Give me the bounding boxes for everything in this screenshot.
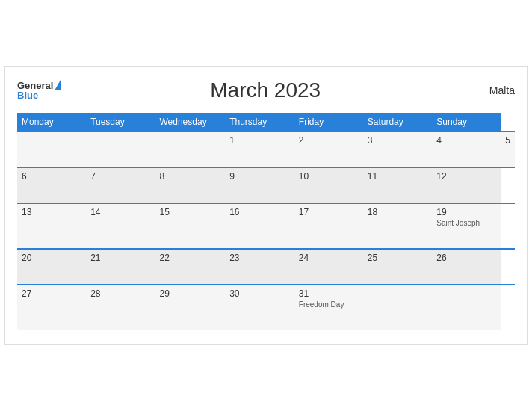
calendar-cell: 24 [294,249,363,285]
calendar-cell: 5 [501,132,515,167]
calendar-cell: 8 [155,167,225,203]
day-number: 7 [90,171,150,182]
day-number: 28 [90,288,150,299]
calendar-cell: 22 [155,249,225,285]
day-number: 15 [159,207,220,217]
col-wednesday: Wednesday [155,113,225,132]
calendar-cell: 18 [363,203,433,249]
day-number: 19 [436,207,496,217]
calendar-cell [155,132,225,167]
day-number: 8 [159,171,220,182]
calendar-cell: 26 [432,249,501,285]
calendar-cell [363,285,433,330]
col-friday: Friday [294,113,363,132]
day-number: 21 [90,253,150,263]
day-number: 9 [229,171,290,182]
calendar-cell: 6 [17,167,86,203]
calendar-cell: 28 [86,285,155,330]
day-number: 30 [229,288,290,299]
day-number: 10 [299,171,359,182]
col-monday: Monday [17,113,86,132]
calendar-cell: 14 [86,203,155,249]
day-number: 20 [22,253,81,263]
calendar-cell: 12 [432,167,501,203]
day-number: 26 [436,253,496,263]
day-number: 12 [436,171,496,182]
calendar-cell: 13 [17,203,86,249]
calendar-cell: 21 [86,249,155,285]
calendar-cell: 16 [225,203,294,249]
logo-blue-text: Blue [17,90,38,100]
day-number: 29 [159,288,220,299]
day-number: 22 [159,253,220,263]
calendar-container: General Blue March 2023 Malta Monday Tue… [4,66,528,345]
day-number: 17 [299,207,359,217]
day-number: 16 [229,207,290,217]
calendar-cell: 10 [294,167,363,203]
logo: General Blue [17,81,61,100]
day-number: 23 [229,253,290,263]
day-number: 1 [229,135,290,146]
col-thursday: Thursday [225,113,294,132]
calendar-cell: 1 [225,132,294,167]
col-sunday: Sunday [432,113,501,132]
country-label: Malta [470,84,515,96]
calendar-cell [17,132,86,167]
calendar-table: Monday Tuesday Wednesday Thursday Friday… [17,113,515,330]
event-label: Freedom Day [299,300,359,309]
day-number: 18 [368,207,428,217]
calendar-cell: 31Freedom Day [294,285,363,330]
calendar-cell [86,132,155,167]
day-number: 5 [505,135,510,146]
calendar-cell: 17 [294,203,363,249]
calendar-cell: 19Saint Joseph [432,203,501,249]
calendar-cell: 30 [225,285,294,330]
calendar-cell: 27 [17,285,86,330]
day-number: 25 [368,253,428,263]
day-number: 31 [299,288,359,299]
day-number: 3 [368,135,428,146]
col-saturday: Saturday [363,113,433,132]
calendar-header: General Blue March 2023 Malta [17,78,515,102]
day-number: 27 [22,288,81,299]
calendar-header-row: Monday Tuesday Wednesday Thursday Friday… [17,113,515,132]
logo-triangle-icon [55,80,61,90]
day-number: 2 [299,135,359,146]
calendar-cell: 15 [155,203,225,249]
calendar-title: March 2023 [61,78,470,102]
day-number: 6 [22,171,81,182]
calendar-cell: 4 [432,132,501,167]
calendar-cell: 9 [225,167,294,203]
col-tuesday: Tuesday [86,113,155,132]
calendar-cell: 20 [17,249,86,285]
day-number: 14 [90,207,150,217]
calendar-cell: 29 [155,285,225,330]
calendar-body: 12345678910111213141516171819Saint Josep… [17,132,515,330]
day-number: 13 [22,207,81,217]
event-label: Saint Joseph [436,219,496,227]
calendar-cell: 7 [86,167,155,203]
day-number: 4 [436,135,496,146]
calendar-cell: 2 [294,132,363,167]
calendar-cell: 23 [225,249,294,285]
calendar-cell [432,285,501,330]
day-number: 11 [368,171,428,182]
calendar-cell: 11 [363,167,433,203]
day-number: 24 [299,253,359,263]
calendar-cell: 3 [363,132,433,167]
calendar-cell: 25 [363,249,433,285]
